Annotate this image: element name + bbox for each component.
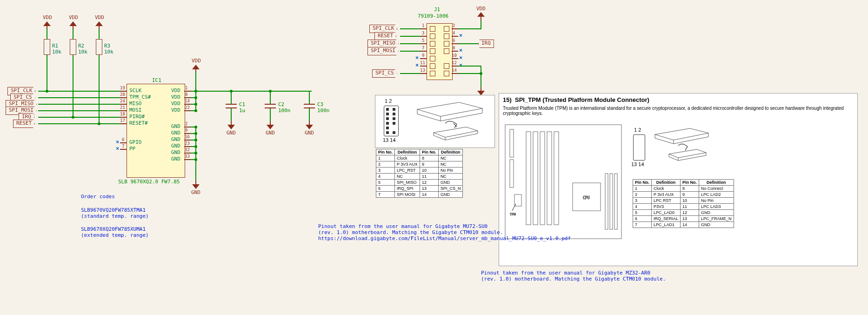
pin-name: GND <box>171 156 180 162</box>
pin-name: MOSI <box>129 107 142 113</box>
r2-val: 10k <box>78 49 87 55</box>
datasheet-body: Trusted Platform Module (TPM) is an inte… <box>503 106 852 116</box>
no-connect-icon: × <box>459 54 462 61</box>
pin-num: 2 <box>185 121 187 126</box>
net-spi-mosi-j1: SPI_MOSI <box>367 47 399 55</box>
pin-num: 8 <box>453 46 455 50</box>
pin-num: 24 <box>120 99 125 103</box>
pin-name: VDD <box>171 107 180 113</box>
pin-num: 10 <box>452 53 457 58</box>
no-connect-icon: × <box>459 62 462 68</box>
power-arrow-down-icon <box>267 121 274 129</box>
pin-num: 6 <box>122 137 124 142</box>
datasheet-clip-left: 1 2 13 14 <box>375 95 495 148</box>
datasheet-title: 15) SPI_TPM (Trusted Platform Module Con… <box>503 96 649 103</box>
pin-num: 11 <box>420 60 425 65</box>
pin-name: TPM_CS# <box>129 94 151 100</box>
pin-num: 1 <box>185 86 187 90</box>
no-connect-icon: × <box>116 145 119 152</box>
pin-name: GND <box>171 143 180 149</box>
conn-pins-top: 1 2 <box>385 98 392 104</box>
vdd-r3-label: VDD <box>95 14 104 20</box>
pin-num: 17 <box>120 118 125 123</box>
pin-name: GND <box>171 136 180 142</box>
pin-num: 9 <box>185 128 187 133</box>
r1-ref: R1 <box>52 43 58 49</box>
pin-num: 20 <box>120 92 125 97</box>
svg-rect-0 <box>505 125 621 239</box>
pin-num: 14 <box>185 99 190 103</box>
pin-name: VDD <box>171 94 180 100</box>
pin-name: SCLK <box>129 87 142 94</box>
conn-pins-bot2: 13 14 <box>631 161 644 167</box>
pin-num: 2 <box>453 23 455 28</box>
net-reset-j1: RESET <box>374 32 396 40</box>
pin-num: 22 <box>185 105 190 110</box>
c3-ref: C3 <box>317 101 323 107</box>
pin-num: 19 <box>120 86 125 90</box>
pin-name: RESET# <box>129 120 148 126</box>
j1-ref: J1 <box>434 7 440 13</box>
power-arrow-down-icon <box>306 121 313 129</box>
gnd-ic: GND <box>191 189 200 195</box>
net-reset-ic: RESET <box>13 120 35 128</box>
pin-num: 8 <box>185 92 187 97</box>
gnd-c1: GND <box>227 130 236 136</box>
ic1-value: SLB 9670XQ2.0 FW7.85 <box>118 179 180 185</box>
order-codes-title: Order codes <box>81 194 115 200</box>
pin-name: MISO <box>129 101 142 107</box>
pin-num: 16 <box>185 134 190 139</box>
gnd-c2: GND <box>266 130 275 136</box>
pinout-note-2: Pinout taken from the user manual for Gi… <box>481 270 666 282</box>
ic1-ref: IC1 <box>152 77 161 83</box>
pin-num: 1 <box>422 23 424 28</box>
pin-name: VDD <box>171 87 180 94</box>
c2-val: 100n <box>278 107 291 114</box>
pinout-table-2: Pin No.DefinitionPin No.Definition 1Cloc… <box>633 179 734 228</box>
no-connect-icon: × <box>415 54 419 61</box>
svg-rect-2 <box>510 160 514 188</box>
pin-num: 23 <box>185 141 190 146</box>
pin-name: GND <box>171 130 180 136</box>
no-connect-icon: × <box>459 47 462 54</box>
schematic-canvas: VDD VDD VDD R1 10k R2 10k R3 10k SPI_CLK… <box>0 0 868 315</box>
c1-ref: C1 <box>239 101 245 107</box>
no-connect-icon: × <box>415 62 419 68</box>
pin-num: 9 <box>422 53 424 58</box>
net-spi-miso-j1: SPI_MISO <box>367 40 399 48</box>
pin-num: 3 <box>422 31 424 35</box>
pin-num: 13 <box>420 68 425 73</box>
pin-name: GND <box>171 149 180 155</box>
resistor-r2 <box>70 39 76 55</box>
svg-rect-1 <box>510 129 514 157</box>
pinout-table-1: Pin No.DefinitionPin No.Definition 1Cloc… <box>376 149 463 198</box>
pin-num: 18 <box>120 112 125 116</box>
svg-rect-5 <box>540 132 545 225</box>
pin-num: 4 <box>453 31 455 35</box>
pin-num: 12 <box>452 60 457 65</box>
vdd-cap-label: VDD <box>192 58 201 64</box>
no-connect-icon: × <box>116 139 119 145</box>
pinout-note-1: Pinout taken from the user manual for Gi… <box>318 223 571 241</box>
svg-text:TPM: TPM <box>510 213 516 216</box>
r1-val: 10k <box>52 49 61 55</box>
svg-rect-7 <box>554 132 559 225</box>
vdd-r2-label: VDD <box>69 14 78 20</box>
pin-num: 32 <box>185 147 190 152</box>
net-spi-clk-j1: SPI_CLK <box>369 25 397 33</box>
power-arrow-up-icon <box>477 12 485 20</box>
c1-val: 1u <box>239 107 245 114</box>
order-code-2b: (extended temp. range) <box>81 232 149 238</box>
net-spi-cs-j1: SPI_CS <box>372 69 397 78</box>
pin-num: 7 <box>422 46 424 50</box>
svg-text:CPU: CPU <box>583 196 590 200</box>
svg-rect-12 <box>614 174 617 229</box>
power-arrow-down-icon <box>227 121 235 129</box>
pin-name: PIRQ# <box>129 114 145 120</box>
pin-num: 5 <box>422 38 424 43</box>
pin-name: GND <box>171 123 180 129</box>
pin-num: 33 <box>185 154 190 159</box>
gnd-c3: GND <box>305 130 314 136</box>
r3-ref: R3 <box>104 43 110 49</box>
order-code-1a: SLB9670VQ20FW785XTMA1 <box>81 207 146 213</box>
